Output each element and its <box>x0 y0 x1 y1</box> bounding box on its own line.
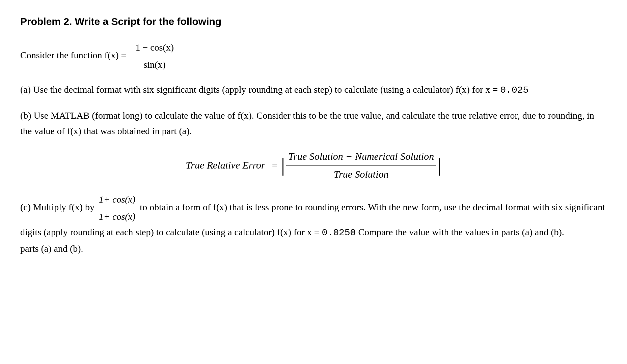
part-c-x-value: 0.0250 <box>322 228 356 238</box>
formula-equals: = <box>272 157 278 173</box>
part-b-text: (b) Use MATLAB (format long) to calculat… <box>20 110 594 136</box>
intro-text: Consider the function f(x) = <box>20 50 126 60</box>
problem-title: Problem 2. Write a Script for the follow… <box>20 13 607 30</box>
function-denominator: sin(x) <box>142 56 167 72</box>
intro-paragraph: Consider the function f(x) = 1 − cos(x) … <box>20 40 607 72</box>
formula-numerator: True Solution − Numerical Solution <box>286 148 436 165</box>
part-a-paragraph: (a) Use the decimal format with six sign… <box>20 82 607 98</box>
absolute-value-wrapper: | True Solution − Numerical Solution Tru… <box>281 148 441 182</box>
formula-fraction: True Solution − Numerical Solution True … <box>286 148 436 182</box>
part-c-text3: Compare the value with the values in par… <box>358 227 564 237</box>
part-c-fraction-num: 1+ cos(x) <box>97 192 137 208</box>
abs-bar-left: | <box>281 155 285 175</box>
function-fraction: 1 − cos(x) sin(x) <box>134 40 175 72</box>
part-b-paragraph: (b) Use MATLAB (format long) to calculat… <box>20 108 607 139</box>
formula-label: True Relative Error <box>186 157 265 173</box>
part-a-text: (a) Use the decimal format with six sign… <box>20 84 500 95</box>
part-c-text1: (c) Multiply f(x) by <box>20 202 97 212</box>
formula-denominator: True Solution <box>332 165 391 182</box>
part-c-fraction: 1+ cos(x) 1+ cos(x) <box>97 192 137 224</box>
part-c-paragraph: (c) Multiply f(x) by 1+ cos(x) 1+ cos(x)… <box>20 192 607 256</box>
function-numerator: 1 − cos(x) <box>134 40 175 56</box>
part-c-continuation: parts (a) and (b). <box>20 243 83 254</box>
part-a-x-value: 0.025 <box>500 85 528 95</box>
formula-row: True Relative Error = | True Solution − … <box>20 148 607 182</box>
abs-bar-right: | <box>437 155 441 175</box>
part-c-fraction-den: 1+ cos(x) <box>97 208 137 224</box>
